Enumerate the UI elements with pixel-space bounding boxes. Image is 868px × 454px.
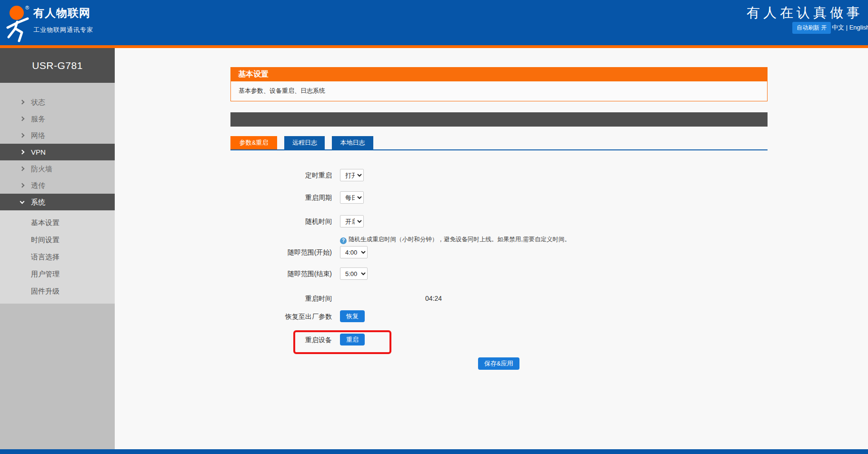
- sidebar-item-label: 网络: [31, 131, 45, 139]
- row-random-range-start: 随即范围(开始) 4:00: [115, 246, 734, 258]
- sidebar-item-label: 防火墙: [31, 165, 52, 173]
- device-model-title: USR-G781: [0, 48, 115, 83]
- footer-bar: [0, 449, 868, 454]
- submenu-item-language[interactable]: 语言选择: [0, 248, 115, 266]
- sidebar-item-label: VPN: [31, 148, 46, 156]
- sidebar-item-firewall[interactable]: 防火墙: [0, 160, 115, 177]
- save-apply-button[interactable]: 保存&应用: [478, 357, 519, 370]
- lang-en-link[interactable]: English: [849, 24, 868, 31]
- chevron-right-icon: [20, 167, 25, 171]
- reboot-time-value: 04:24: [425, 292, 442, 305]
- section-divider-bar: [230, 112, 768, 127]
- pusr-mascot-logo-icon: ®: [3, 3, 33, 43]
- sidebar-item-system[interactable]: 系统: [0, 194, 115, 210]
- chevron-down-icon: [20, 199, 25, 204]
- row-random-time: 随机时间 开启: [115, 215, 734, 227]
- random-time-help: ?随机生成重启时间（小时和分钟），避免设备同时上线。如果禁用,需要自定义时间。: [340, 236, 570, 244]
- panel-title: 基本设置: [230, 67, 768, 81]
- field-label: 随即范围(开始): [115, 246, 332, 258]
- submenu-item-firmware-upgrade[interactable]: 固件升级: [0, 283, 115, 300]
- row-reboot-time: 重启时间 04:24: [115, 292, 734, 305]
- brand-subtitle: 工业物联网通讯专家: [33, 26, 93, 34]
- language-switch: 中文 | English: [832, 23, 868, 32]
- chevron-right-icon: [20, 150, 25, 155]
- sidebar: USR-G781 状态 服务 网络 VPN 防火墙 透传 系统 基本设置 时间设…: [0, 48, 115, 449]
- field-label: 随机时间: [115, 215, 332, 227]
- random-time-select[interactable]: 开启: [340, 215, 364, 227]
- sidebar-menu: 状态 服务 网络 VPN 防火墙 透传 系统: [0, 83, 115, 210]
- tab-params-reboot[interactable]: 参数&重启: [230, 136, 277, 149]
- sidebar-item-label: 透传: [31, 181, 45, 189]
- submenu-item-user-management[interactable]: 用户管理: [0, 266, 115, 283]
- sidebar-item-services[interactable]: 服务: [0, 110, 115, 127]
- chevron-right-icon: [20, 183, 25, 188]
- field-label: 重启设备: [115, 334, 332, 346]
- field-label: 重启时间: [115, 292, 332, 305]
- row-factory-restore: 恢复至出厂参数 恢复: [115, 310, 734, 323]
- top-header: ® 有人物联网 工业物联网通讯专家 有人在认真做事 自动刷新 开 中文 | En…: [0, 0, 868, 45]
- restore-button[interactable]: 恢复: [340, 310, 365, 322]
- page: ® 有人物联网 工业物联网通讯专家 有人在认真做事 自动刷新 开 中文 | En…: [0, 0, 868, 454]
- random-range-end-select[interactable]: 5:00: [340, 267, 368, 280]
- reboot-cycle-select[interactable]: 每日: [340, 191, 364, 204]
- tab-remote-log[interactable]: 远程日志: [284, 136, 325, 149]
- help-question-icon: ?: [340, 237, 347, 244]
- random-range-start-select[interactable]: 4:00: [340, 246, 368, 258]
- sidebar-item-label: 系统: [31, 198, 45, 206]
- lang-zh-link[interactable]: 中文: [832, 24, 844, 31]
- field-label: 恢复至出厂参数: [115, 310, 332, 323]
- sidebar-item-label: 状态: [31, 98, 45, 106]
- reboot-button[interactable]: 重启: [340, 334, 365, 345]
- sidebar-item-passthrough[interactable]: 透传: [0, 177, 115, 194]
- main-content: 基本设置 基本参数、设备重启、日志系统 参数&重启 远程日志 本地日志 定时重启…: [115, 48, 868, 449]
- field-label: 重启周期: [115, 191, 332, 204]
- chevron-right-icon: [20, 117, 25, 121]
- tab-local-log[interactable]: 本地日志: [332, 136, 373, 149]
- help-text: 随机生成重启时间（小时和分钟），避免设备同时上线。如果禁用,需要自定义时间。: [349, 236, 570, 243]
- brand-title: 有人物联网: [33, 6, 93, 20]
- row-reboot-device: 重启设备 重启: [115, 334, 734, 346]
- row-scheduled-reboot: 定时重启 打开: [115, 169, 734, 181]
- sidebar-item-vpn[interactable]: VPN: [0, 144, 115, 160]
- sidebar-item-network[interactable]: 网络: [0, 127, 115, 144]
- sidebar-item-label: 服务: [31, 115, 45, 123]
- field-label: 定时重启: [115, 169, 332, 181]
- auto-refresh-toggle[interactable]: 自动刷新 开: [792, 22, 831, 34]
- header-slogan: 有人在认真做事: [747, 4, 863, 22]
- field-label: 随即范围(结束): [115, 267, 332, 280]
- chevron-right-icon: [20, 133, 25, 138]
- save-area: 保存&应用: [478, 357, 519, 370]
- submenu-item-basic-settings[interactable]: 基本设置: [0, 214, 115, 231]
- submenu-item-time-settings[interactable]: 时间设置: [0, 231, 115, 248]
- row-random-range-end: 随即范围(结束) 5:00: [115, 267, 734, 280]
- panel-description: 基本参数、设备重启、日志系统: [230, 81, 768, 101]
- lang-divider: |: [846, 24, 848, 31]
- svg-text:®: ®: [25, 5, 29, 10]
- brand-block: 有人物联网 工业物联网通讯专家: [33, 6, 93, 34]
- tab-bar: 参数&重启 远程日志 本地日志: [230, 136, 768, 150]
- chevron-right-icon: [20, 100, 25, 105]
- sidebar-submenu-system: 基本设置 时间设置 语言选择 用户管理 固件升级: [0, 210, 115, 304]
- scheduled-reboot-select[interactable]: 打开: [340, 169, 364, 181]
- row-reboot-cycle: 重启周期 每日: [115, 191, 734, 204]
- sidebar-item-status[interactable]: 状态: [0, 94, 115, 110]
